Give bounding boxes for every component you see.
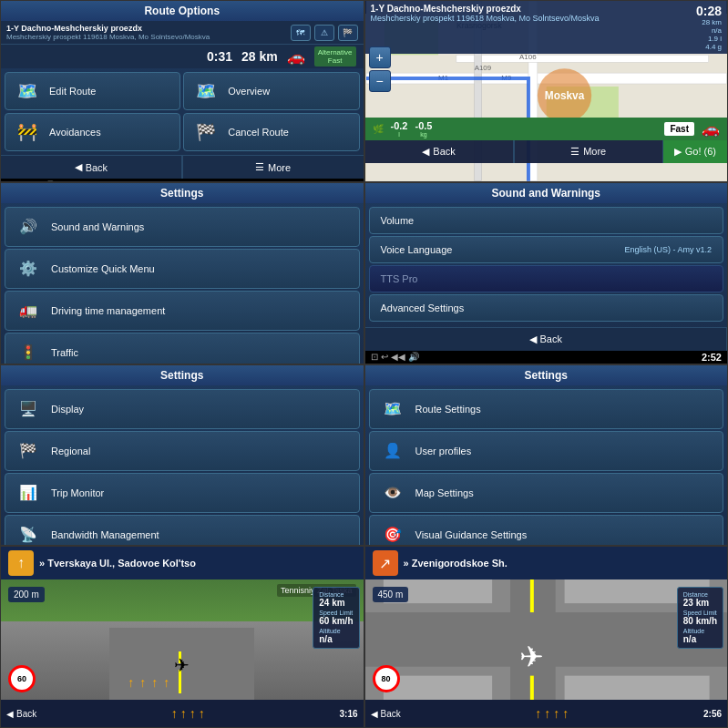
route-distance-stat: 28 km xyxy=(241,49,278,64)
settings-route-list: 🗺️ Route Settings 👤 User profiles 👁️ Map… xyxy=(365,385,728,547)
sound-warnings-title: Sound and Warnings xyxy=(491,187,600,200)
map-header: 1-Y Dachno-Meshcherskiy proezdx Meshcher… xyxy=(365,1,728,54)
user-profiles-item[interactable]: 👤 User profiles xyxy=(369,431,724,471)
map-more-button[interactable]: ☰ More xyxy=(515,140,662,163)
route-settings-label: Route Settings xyxy=(415,404,481,415)
avoidances-label: Avoidances xyxy=(49,127,101,138)
overview-label: Overview xyxy=(228,86,270,97)
user-profiles-icon: 👤 xyxy=(379,439,406,463)
settings-display-panel: Settings 🖥️ Display 🏁 Regional 📊 Trip Mo… xyxy=(0,364,364,547)
more-label: More xyxy=(268,162,291,173)
settings-route-header: Settings xyxy=(365,365,728,385)
nav-right-stats: Distance 23 km Speed Limit 80 km/h Altit… xyxy=(677,587,723,649)
visual-guidance-label: Visual Guidance Settings xyxy=(415,529,528,540)
svg-text:Moskva: Moskva xyxy=(544,89,584,102)
nav-right-back-icon: ◀ xyxy=(371,709,378,719)
regional-item[interactable]: 🏁 Regional xyxy=(5,431,360,471)
nav-left-back-label: Back xyxy=(16,709,36,719)
sound-icon: 🔊 xyxy=(15,215,42,239)
nav-left-distance: 200 m xyxy=(8,587,45,602)
nav-right-street: » Zvenigorodskoe Sh. xyxy=(404,558,508,569)
overview-icon: 🗺️ xyxy=(191,78,220,104)
cancel-route-button[interactable]: 🏁 Cancel Route xyxy=(183,113,359,151)
avoidances-button[interactable]: 🚧 Avoidances xyxy=(5,113,180,151)
overview-button[interactable]: 🗺️ Overview xyxy=(183,72,359,110)
nav-right-back-button[interactable]: ◀ Back xyxy=(371,709,401,719)
settings-route-title: Settings xyxy=(525,369,568,382)
more-button[interactable]: ☰ More xyxy=(183,156,364,179)
nav-left-road: Tennisniy Zal-Tsska ✈ ↑ ↑ ↑ ↑ xyxy=(1,579,364,700)
svg-rect-3 xyxy=(456,55,708,62)
svg-text:✈: ✈ xyxy=(518,641,543,673)
nav-left-back-button[interactable]: ◀ Back xyxy=(6,709,36,719)
back-label: Back xyxy=(86,162,108,173)
zoom-out-button[interactable]: − xyxy=(369,70,391,92)
map-more-icon: ☰ xyxy=(570,146,579,158)
eco-stats: -0.2 l -0.5 kg xyxy=(391,120,433,138)
settings-left-header: Settings xyxy=(1,183,364,203)
map-settings-icon: 👁️ xyxy=(379,481,406,505)
speed-badge: Fast xyxy=(664,122,694,136)
zoom-in-button[interactable]: + xyxy=(369,46,391,68)
nav-road-arrows: ↑ ↑ ↑ ↑ xyxy=(128,675,169,690)
map-back-button[interactable]: ◀ Back xyxy=(365,140,514,163)
map-panel: Moskva A109 A106 M1 M9 Krasnogorsk 1-Y D… xyxy=(364,0,729,182)
sound-warnings-label: Sound and Warnings xyxy=(51,221,144,232)
route-options-title: Route Options xyxy=(144,5,220,17)
driving-time-item[interactable]: 🚛 Driving time management xyxy=(5,291,360,331)
map-bottom-bar: ◀ Back ☰ More ▶ Go! (6) xyxy=(365,139,728,163)
map-more-label: More xyxy=(583,146,606,157)
trip-monitor-item[interactable]: 📊 Trip Monitor xyxy=(5,473,360,513)
sound-warnings-panel: Sound and Warnings Volume Voice Language… xyxy=(364,182,729,364)
route-options-bottom-bar: ◀ Back ☰ More xyxy=(1,155,364,179)
map-back-label: Back xyxy=(433,146,455,157)
back-button[interactable]: ◀ Back xyxy=(1,156,182,179)
cancel-route-label: Cancel Route xyxy=(228,127,289,138)
map-settings-item[interactable]: 👁️ Map Settings xyxy=(369,473,724,513)
voice-language-item[interactable]: Voice Language English (US) - Amy v1.2 xyxy=(369,236,724,263)
sound-bottom-bar: ◀ Back xyxy=(365,327,728,351)
quick-menu-icon: ⚙️ xyxy=(15,257,42,281)
traffic-label: Traffic xyxy=(51,347,78,358)
sound-back-button[interactable]: ◀ Back xyxy=(365,328,728,351)
nav-right-panel: ↗ » Zvenigorodskoe Sh. 450 m ✈ xyxy=(364,546,729,728)
nav-right-turn-icon: ↗ xyxy=(373,550,398,576)
more-icon: ☰ xyxy=(255,161,264,173)
speed-limit-circle-right: 80 xyxy=(373,665,400,692)
route-icon-2: ⚠ xyxy=(314,25,334,41)
traffic-item[interactable]: 🚦 Traffic xyxy=(5,333,360,364)
route-menu-grid: 🗺️ Edit Route 🗺️ Overview 🚧 Avoidances 🏁… xyxy=(1,68,364,155)
settings-display-list: 🖥️ Display 🏁 Regional 📊 Trip Monitor 📡 B… xyxy=(1,385,364,547)
settings-route-panel: Settings 🗺️ Route Settings 👤 User profil… xyxy=(364,364,729,547)
user-profiles-label: User profiles xyxy=(415,446,472,456)
route-settings-icon: 🗺️ xyxy=(379,397,406,421)
bandwidth-item[interactable]: 📡 Bandwidth Management xyxy=(5,515,360,547)
eco-bar: 🌿 -0.2 l -0.5 kg Fast 🚗 xyxy=(365,118,728,140)
route-stats-bar: 0:31 28 km 🚗 Alternative Fast xyxy=(1,45,364,68)
display-icon: 🖥️ xyxy=(15,397,42,421)
go-button[interactable]: ▶ Go! (6) xyxy=(663,140,727,163)
cancel-route-icon: 🏁 xyxy=(191,119,220,145)
sound-warnings-item[interactable]: 🔊 Sound and Warnings xyxy=(5,207,360,247)
nav-left-turn-icon: ↑ xyxy=(8,550,34,576)
map-back-icon: ◀ xyxy=(422,146,429,158)
route-icon-1: 🗺 xyxy=(291,25,311,41)
route-settings-item[interactable]: 🗺️ Route Settings xyxy=(369,389,724,429)
driving-time-icon: 🚛 xyxy=(15,299,42,323)
quick-menu-item[interactable]: ⚙️ Customize Quick Menu xyxy=(5,249,360,289)
back-arrow-icon: ◀ xyxy=(75,161,82,173)
route-info-bar: 1-Y Dachno-Meshcherskiy proezdx Meshcher… xyxy=(1,21,364,45)
car-icon: 🚗 xyxy=(287,48,305,66)
visual-guidance-item[interactable]: 🎯 Visual Guidance Settings xyxy=(369,515,724,547)
advanced-settings-item[interactable]: Advanced Settings xyxy=(369,294,724,322)
display-item[interactable]: 🖥️ Display xyxy=(5,389,360,429)
bandwidth-label: Bandwidth Management xyxy=(51,529,159,540)
route-icons: 🗺 ⚠ 🏁 xyxy=(291,25,358,41)
volume-item[interactable]: Volume xyxy=(369,207,724,234)
tts-pro-item[interactable]: TTS Pro xyxy=(369,265,724,292)
nav-right-distance: 450 m xyxy=(373,587,409,602)
nav-right-road: ✈ xyxy=(365,579,728,700)
route-options-panel: Route Options 1-Y Dachno-Meshcherskiy pr… xyxy=(0,0,364,182)
svg-text:A109: A109 xyxy=(474,64,491,72)
edit-route-button[interactable]: 🗺️ Edit Route xyxy=(5,72,180,110)
